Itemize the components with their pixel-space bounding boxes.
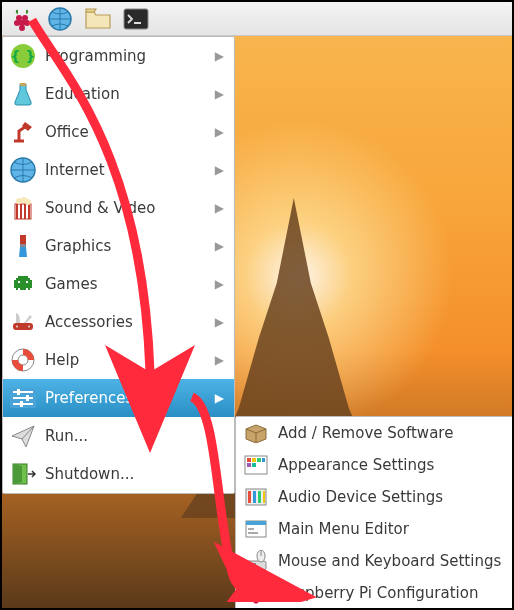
svg-rect-14 [20,204,22,219]
submenu-item-mouse-keyboard-settings[interactable]: Mouse and Keyboard Settings [236,545,513,577]
menu-item-help[interactable]: Help ▶ [3,341,234,379]
brush-icon [9,232,37,260]
menu-item-label: Preferences [45,389,207,407]
menu-item-programming[interactable]: { } Programming ▶ [3,37,234,75]
svg-rect-46 [253,491,256,503]
submenu-item-add-remove-software[interactable]: Add / Remove Software [236,417,513,449]
menu-item-sound-video[interactable]: Sound & Video ▶ [3,189,234,227]
preferences-submenu: Add / Remove Software Appearance Setting… [235,416,514,610]
sliders-icon [9,384,37,412]
menu-item-games[interactable]: Games ▶ [3,265,234,303]
chevron-right-icon: ▶ [215,87,228,101]
chevron-right-icon: ▶ [215,391,228,405]
svg-rect-7 [124,9,148,29]
chevron-right-icon: ▶ [215,163,228,177]
chevron-right-icon: ▶ [215,49,228,63]
start-menu-button[interactable] [4,4,40,34]
audio-icon [242,483,270,511]
exit-icon [9,460,37,488]
menu-item-education[interactable]: Education ▶ [3,75,234,113]
svg-rect-47 [258,491,261,503]
menu-item-graphics[interactable]: Graphics ▶ [3,227,234,265]
svg-rect-56 [254,563,256,565]
svg-point-59 [250,588,255,593]
mouse-icon [242,547,270,575]
menu-item-internet[interactable]: Internet ▶ [3,151,234,189]
menu-item-label: Accessories [45,313,207,331]
svg-rect-13 [16,204,18,219]
submenu-item-label: Mouse and Keyboard Settings [278,552,507,570]
menu-item-run[interactable]: Run... [3,417,234,455]
submenu-item-label: Add / Remove Software [278,424,507,442]
menu-item-label: Help [45,351,207,369]
menu-item-shutdown[interactable]: Shutdown... [3,455,234,493]
palette-icon [242,451,270,479]
knife-icon [9,308,37,336]
svg-text:{ }: { } [11,48,36,64]
raspberry-icon [10,7,34,31]
chevron-right-icon: ▶ [215,125,228,139]
popcorn-icon [9,194,37,222]
web-browser-launcher[interactable] [42,4,78,34]
svg-rect-34 [26,395,29,401]
menu-item-label: Internet [45,161,207,179]
svg-rect-31 [13,397,33,399]
menu-item-label: Sound & Video [45,199,207,217]
svg-rect-55 [251,563,253,565]
chevron-right-icon: ▶ [215,277,228,291]
svg-rect-52 [248,532,258,534]
svg-rect-48 [263,491,265,503]
terminal-launcher[interactable] [118,4,154,34]
svg-point-25 [16,326,18,328]
svg-point-28 [18,355,28,365]
chevron-right-icon: ▶ [215,201,228,215]
svg-rect-40 [257,458,261,462]
taskbar [2,2,512,36]
submenu-item-main-menu-editor[interactable]: Main Menu Editor [236,513,513,545]
svg-rect-41 [262,458,265,462]
chevron-right-icon: ▶ [215,315,228,329]
menu-item-label: Run... [45,427,228,445]
submenu-item-label: Appearance Settings [278,456,507,474]
terminal-icon [123,8,149,30]
submenu-item-appearance-settings[interactable]: Appearance Settings [236,449,513,481]
svg-point-19 [25,199,31,205]
svg-rect-16 [28,204,30,219]
submenu-item-label: Main Menu Editor [278,520,507,538]
globe-icon [47,6,73,32]
menu-item-preferences[interactable]: Preferences ▶ [3,379,234,417]
raspberry-icon [242,579,270,607]
svg-rect-10 [20,83,26,86]
svg-rect-43 [252,463,256,467]
svg-rect-21 [20,244,26,247]
lifebuoy-icon [9,346,37,374]
svg-rect-30 [13,391,33,393]
svg-rect-15 [24,204,26,219]
svg-rect-20 [20,235,26,245]
svg-rect-51 [248,528,254,530]
chevron-right-icon: ▶ [215,239,228,253]
menu-item-label: Shutdown... [45,465,228,483]
svg-rect-42 [247,463,251,467]
flask-icon [9,80,37,108]
paperplane-icon [9,422,37,450]
svg-rect-39 [252,458,256,462]
svg-point-5 [19,25,25,31]
file-manager-launcher[interactable] [80,4,116,34]
lamp-icon [9,118,37,146]
svg-rect-38 [247,458,251,462]
svg-point-4 [24,20,30,26]
menu-item-accessories[interactable]: Accessories ▶ [3,303,234,341]
start-menu: { } Programming ▶ Education ▶ Office ▶ I… [2,36,235,494]
submenu-item-audio-device-settings[interactable]: Audio Device Settings [236,481,513,513]
svg-rect-45 [248,491,251,503]
menu-item-label: Programming [45,47,207,65]
menu-item-label: Office [45,123,207,141]
svg-rect-22 [18,281,20,283]
menu-item-office[interactable]: Office ▶ [3,113,234,151]
menu-item-label: Education [45,85,207,103]
svg-rect-23 [26,281,28,283]
submenu-item-raspberry-pi-configuration[interactable]: Raspberry Pi Configuration [236,577,513,609]
folder-icon [85,8,111,30]
svg-point-64 [253,598,258,603]
